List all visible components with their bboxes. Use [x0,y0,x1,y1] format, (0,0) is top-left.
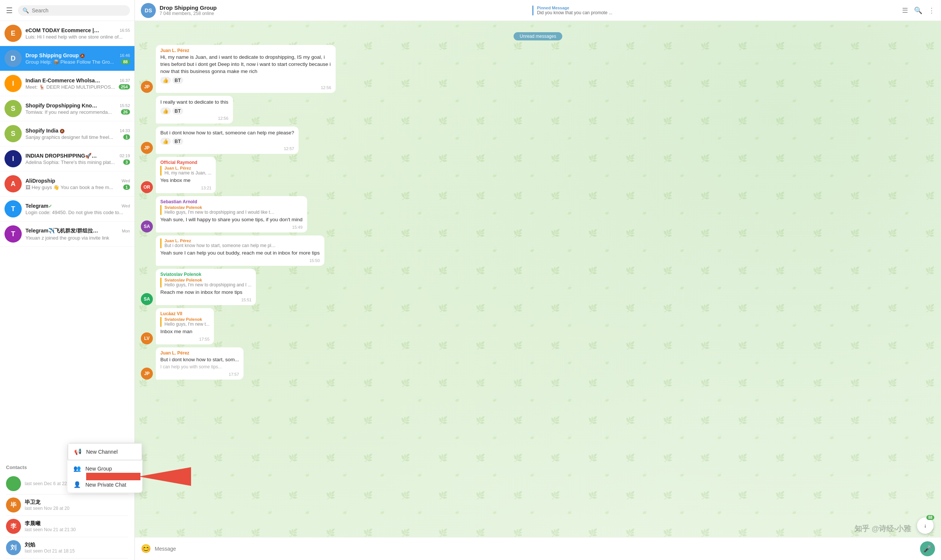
chat-info: eCOM TODAY Ecommerce | ENG C...🔕 16:55 L… [25,27,130,40]
reactions: 👍BT [160,138,294,145]
contact-name: 刘焰 [25,542,128,548]
hamburger-menu-icon[interactable]: ☰ [5,5,14,17]
chat-name: Drop Shipping Group🔕 [25,52,85,58]
chat-avatar: T [5,225,22,243]
mic-button[interactable]: 🎤 [920,541,935,556]
message-input-area: 😊 🎤 [135,537,941,560]
chat-item[interactable]: E eCOM TODAY Ecommerce | ENG C...🔕 16:55… [0,21,134,46]
contact-status: last seen Nov 21 at 21:30 [25,527,128,532]
reply-preview: Sviatoslav Polenok Hello guys, I'm new t… [160,278,251,288]
chat-preview: Sanjay graphics designer full time freel… [25,134,113,140]
contact-avatar: 刘 [6,540,21,555]
chat-avatar: A [5,175,22,192]
contact-item[interactable]: 毕 毕卫龙 last seen Nov 28 at 20 [6,494,128,516]
chat-info: Telegram✓ Wed Login code: 49450. Do not … [25,203,130,215]
message-row: JP Juan L. Pérez Hi, my name is Juan, an… [141,45,935,93]
chat-preview: Meet: 🦌 DEER HEAD MULTIPURPOS... [25,84,115,90]
menu-item-icon: 👤 [73,481,81,488]
search-input[interactable] [32,8,125,14]
chat-list: E eCOM TODAY Ecommerce | ENG C...🔕 16:55… [0,21,134,460]
message-sender: Juan L. Pérez [160,350,239,355]
search-chat-icon[interactable]: 🔍 [914,6,922,15]
unread-badge: 1 [123,134,130,140]
reactions: 👍BT [160,77,331,84]
chat-preview: 🖼 Hey guys 👋 You can book a free m... [25,185,113,190]
chat-item[interactable]: S Shopify Dropshipping Knowledge ...🔕 15… [0,96,134,121]
chat-avatar: I [5,150,22,167]
pinned-text: Did you know that you can promote ... [537,10,902,15]
chat-info: Shopify India🔕 14:33 Sanjay graphics des… [25,128,130,140]
contact-status: last seen Nov 28 at 20 [25,506,128,511]
reaction[interactable]: 👍 [160,77,171,84]
scroll-badge: 88 [926,515,934,520]
message-time: 15:51 [160,298,251,302]
message-time: 15:50 [160,258,320,263]
reaction[interactable]: BT [172,138,183,145]
chat-item[interactable]: S Shopify India🔕 14:33 Sanjay graphics d… [0,121,134,146]
message-sender: Sebastian Arnold [160,199,303,205]
message-bubble: Juan L. Pérez But i dont know how to sta… [156,348,244,380]
contact-info: 毕卫龙 last seen Nov 28 at 20 [25,499,128,511]
chat-header-sub: 7 048 members, 258 online [160,11,525,16]
more-options-icon[interactable]: ⋮ [928,6,935,15]
chat-time: Mon [122,229,130,233]
chat-item[interactable]: I INDIAN DROPSHIPPING🚀🐿🔕 02:19 Adelina S… [0,146,134,171]
chat-item[interactable]: I Indian E-Commerce Wholsaler B2... 16:3… [0,71,134,96]
chat-time: Wed [122,178,130,183]
message-time: 17:55 [160,337,210,342]
message-sender: Lucăaz VII [160,311,210,316]
message-time: 15:49 [160,225,303,229]
chat-item[interactable]: T Telegram✈️飞机群发/群组拉人/群... ✓✓ Mon Yixuan… [0,222,134,247]
message-avatar: OR [141,181,153,193]
chat-avatar: T [5,200,22,217]
contact-avatar [6,476,21,491]
contact-item[interactable]: 刘 刘焰 last seen Oct 21 at 18:15 [6,537,128,558]
reply-text: Hello guys, I'm new to dropshipping and … [165,210,277,215]
message-row: JP Juan L. Pérez But i dont know how to … [141,348,935,380]
context-menu-item-new-private[interactable]: 👤 New Private Chat [68,477,142,492]
chat-name: Telegram✈️飞机群发/群组拉人/群... ✓✓ [25,228,100,234]
reaction[interactable]: BT [172,108,183,115]
pinned-message-box[interactable]: Pinned Message Did you know that you can… [532,6,902,15]
reaction[interactable]: BT [172,77,183,84]
emoji-button[interactable]: 😊 [141,544,151,554]
contact-avatar: 毕 [6,497,21,512]
message-sender: Sviatoslav Polenok [160,272,251,277]
chat-item[interactable]: T Telegram✓ Wed Login code: 49450. Do no… [0,197,134,222]
context-menu: 📢 New Channel 👥 New Group 👤 New Private … [68,443,142,492]
chat-item[interactable]: A AliDropship Wed 🖼 Hey guys 👋 You can b… [0,171,134,197]
message-text: Yeah sure I can help you out buddy, reac… [160,250,320,257]
unread-badge: 88 [121,59,130,65]
menu-item-icon: 📢 [74,448,82,455]
message-row: OR Official Raymond Juan L. Pérez Hi, my… [141,157,935,193]
message-sender: Juan L. Pérez [160,48,331,53]
chat-avatar: S [5,125,22,142]
sidebar: ☰ 🔍 E eCOM TODAY Ecommerce | ENG C...🔕 1… [0,0,135,560]
chat-preview: Luis: Hi I need help with one store onli… [25,34,122,40]
menu-item-icon: 👥 [73,465,81,472]
scroll-bottom-button[interactable]: ↓ 88 [917,517,933,534]
reply-sender: Juan L. Pérez [165,166,211,170]
search-box[interactable]: 🔍 [18,5,130,16]
reply-text: Hello guys, I'm new to dropshipping and … [165,282,251,288]
unread-badge: 3 [123,160,130,165]
contact-info: 李晨曦 last seen Nov 21 at 21:30 [25,520,128,532]
message-input[interactable] [155,546,916,552]
chevron-down-icon: ↓ [924,523,927,529]
chat-item[interactable]: D Drop Shipping Group🔕 16:46 Group Help:… [0,46,134,71]
contact-item[interactable]: 李 李晨曦 last seen Nov 21 at 21:30 [6,516,128,537]
context-menu-item-new-channel[interactable]: 📢 New Channel [68,443,142,460]
message-bubble: Official Raymond Juan L. Pérez Hi, my na… [156,157,216,193]
message-row: SA Sviatoslav Polenok Sviatoslav Polenok… [141,269,935,305]
search-icon: 🔍 [23,8,29,14]
unread-badge: 254 [119,84,130,89]
reaction[interactable]: 👍 [160,138,171,145]
chat-name: AliDropship [25,178,55,184]
message-text: Hi, my name is Juan, and i want to dedic… [160,54,331,75]
context-menu-item-new-group[interactable]: 👥 New Group [68,460,142,477]
message-avatar: JP [141,142,153,154]
reaction[interactable]: 👍 [160,108,171,115]
filter-icon[interactable]: ☰ [902,6,908,15]
reply-sender: Sviatoslav Polenok [165,278,251,282]
chat-avatar: I [5,75,22,92]
